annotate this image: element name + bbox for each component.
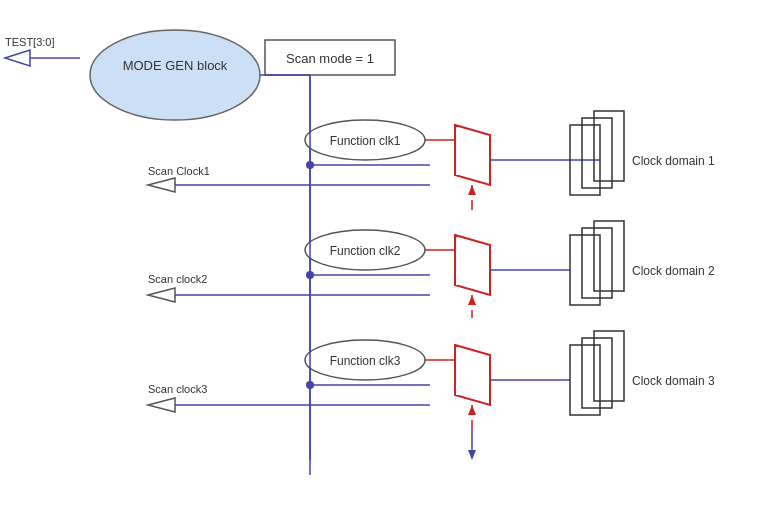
svg-text:Clock domain 2: Clock domain 2 <box>632 264 715 278</box>
svg-text:Clock domain 1: Clock domain 1 <box>632 154 715 168</box>
svg-marker-32 <box>455 235 490 295</box>
svg-text:Scan mode = 1: Scan mode = 1 <box>286 51 374 66</box>
svg-marker-36 <box>148 288 175 302</box>
svg-point-3 <box>90 30 260 120</box>
svg-text:MODE GEN block: MODE GEN block <box>123 58 228 73</box>
svg-marker-55 <box>148 398 175 412</box>
svg-marker-51 <box>468 405 476 415</box>
diagram: TEST[3:0] MODE GEN block Scan mode = 1 F… <box>0 0 762 506</box>
svg-marker-14 <box>455 125 490 185</box>
svg-marker-54 <box>468 450 476 460</box>
svg-rect-59 <box>570 345 600 415</box>
svg-marker-34 <box>468 295 476 305</box>
svg-marker-49 <box>455 345 490 405</box>
svg-text:Scan clock3: Scan clock3 <box>148 383 207 395</box>
svg-text:Function clk2: Function clk2 <box>330 244 401 258</box>
svg-rect-41 <box>582 228 612 298</box>
svg-rect-40 <box>570 235 600 305</box>
svg-marker-16 <box>468 185 476 195</box>
svg-rect-24 <box>582 118 612 188</box>
svg-text:TEST[3:0]: TEST[3:0] <box>5 36 55 48</box>
svg-text:Scan Clock1: Scan Clock1 <box>148 165 210 177</box>
svg-rect-42 <box>594 221 624 291</box>
svg-text:Scan clock2: Scan clock2 <box>148 273 207 285</box>
svg-rect-60 <box>582 338 612 408</box>
svg-marker-0 <box>5 50 30 66</box>
svg-text:Clock domain 3: Clock domain 3 <box>632 374 715 388</box>
svg-rect-25 <box>594 111 624 181</box>
svg-text:Function clk3: Function clk3 <box>330 354 401 368</box>
svg-rect-61 <box>594 331 624 401</box>
svg-text:Function clk1: Function clk1 <box>330 134 401 148</box>
svg-marker-18 <box>148 178 175 192</box>
